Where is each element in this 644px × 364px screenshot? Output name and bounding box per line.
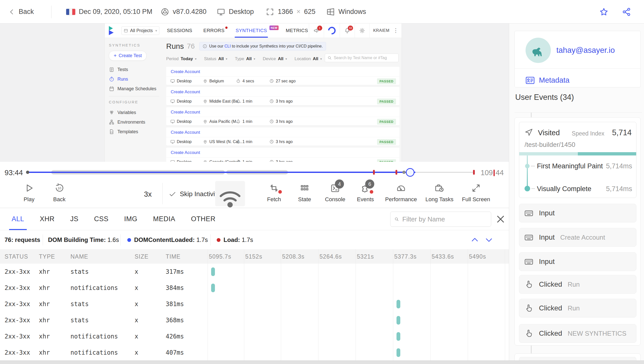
close-icon[interactable] — [496, 214, 506, 224]
filter-type[interactable]: Type All ▾ — [235, 56, 255, 61]
input-event-card[interactable]: Input — [519, 252, 636, 271]
test-search-field[interactable] — [334, 56, 396, 60]
timeline-knob[interactable] — [406, 168, 414, 177]
visited-event-card[interactable]: Visited Speed Index 5,714 /test-builder/… — [519, 122, 636, 198]
input-event-card[interactable]: Input — [519, 204, 636, 222]
network-request-row[interactable]: 2xx-3xx xhr notifications x 407ms — [0, 345, 509, 361]
run-card[interactable]: Create Account Desktop US West (N. Cal..… — [166, 127, 400, 146]
status-badge: PASSED — [377, 78, 396, 84]
network-request-row[interactable]: 2xx-3xx xhr notifications x 384ms — [0, 280, 509, 296]
panel-events-button[interactable]: 6 Events — [349, 183, 382, 203]
run-name-link[interactable]: Create Account — [166, 127, 400, 135]
load-time: Load: 1.7s — [217, 236, 253, 243]
back-button[interactable]: Back — [9, 0, 34, 24]
filter-device[interactable]: Device All ▾ — [263, 56, 287, 61]
sidebar-item-manage-schedules[interactable]: Manage Schedules — [109, 84, 164, 94]
clicked-event-card[interactable]: Clicked Run — [519, 299, 636, 317]
tab-synthetics[interactable]: SYNTHETICSNEW — [236, 24, 267, 38]
run-card[interactable]: Create Account Desktop Canada (Central) … — [166, 148, 400, 162]
end-red-tick — [493, 170, 495, 176]
panel-console-button[interactable]: 4 Console — [319, 183, 352, 203]
skip-inactivity-toggle[interactable]: Skip Inactivity — [169, 190, 220, 198]
location-pin-icon — [203, 160, 208, 162]
clicked-event-card[interactable]: Clicked NEW SYNTHETICS — [519, 324, 636, 343]
network-request-row[interactable]: 2xx-3xx xhr stats x 368ms — [0, 312, 509, 328]
run-name-link[interactable]: Create Account — [166, 107, 400, 115]
tab-metrics[interactable]: METRICS — [286, 24, 308, 38]
clicked-event-card[interactable]: Clicked Run — [519, 275, 636, 294]
panel-performance-button[interactable]: Performance — [385, 183, 417, 203]
tab-sessions[interactable]: SESSIONS — [167, 24, 192, 38]
settings-button[interactable] — [355, 24, 369, 38]
horizontal-scrollbar[interactable] — [0, 360, 644, 364]
create-test-button[interactable]: +Create Test — [109, 51, 146, 61]
project-selector[interactable]: All Projects ▾ — [121, 26, 159, 35]
filter-location[interactable]: Location All ▾ — [294, 56, 322, 61]
panel-network-button[interactable]: Network — [215, 181, 245, 206]
fmp-dot — [525, 164, 530, 168]
net-tab-other[interactable]: OTHER — [191, 208, 215, 230]
cli-link[interactable]: CLI — [225, 44, 231, 48]
filter-period[interactable]: Period Today ▾ — [166, 56, 196, 61]
timeline-played-track[interactable] — [27, 172, 415, 173]
network-filter-input[interactable] — [390, 212, 491, 227]
net-tab-xhr[interactable]: XHR — [40, 208, 55, 230]
chevron-down-icon: ▾ — [285, 57, 287, 61]
session-date: Dec 09, 2020, 05:10 PM — [79, 8, 152, 16]
metadata-button[interactable]: Metadata — [525, 76, 569, 84]
run-card[interactable]: Create Account Desktop Asia Pacific (M..… — [166, 107, 400, 125]
timeline-remaining-track[interactable] — [415, 172, 474, 173]
network-request-row[interactable]: 2xx-3xx xhr notifications x 426ms — [0, 328, 509, 345]
events-badge: 6 — [365, 179, 374, 189]
run-name-link[interactable]: Create Account — [166, 87, 400, 95]
user-email-link[interactable]: tahay@asayer.io — [556, 46, 615, 55]
net-tab-all[interactable]: ALL — [12, 208, 24, 230]
sidebar-item-tests[interactable]: Tests — [109, 65, 164, 74]
full-screen-icon — [471, 183, 481, 193]
filter-status[interactable]: Status All ▾ — [204, 56, 227, 61]
net-tab-img[interactable]: IMG — [124, 208, 138, 230]
net-tab-media[interactable]: MEDIA — [153, 208, 175, 230]
run-name-link[interactable]: Create Account — [166, 67, 400, 74]
favorite-star-icon[interactable] — [599, 7, 609, 17]
panel-state-button[interactable]: State — [288, 183, 321, 203]
panel-fetch-button[interactable]: Fetch — [258, 183, 290, 203]
notifications-button[interactable]: 33 — [340, 24, 355, 38]
sidebar-item-environments[interactable]: Environments — [109, 117, 164, 127]
back-10s-button[interactable]: 10 Back — [43, 183, 76, 203]
tab-errors[interactable]: ERRORS — [203, 24, 225, 38]
play-icon — [24, 183, 34, 193]
sidebar-item-runs[interactable]: Runs — [109, 74, 164, 84]
input-event-card[interactable]: Input Create Account — [519, 228, 636, 247]
announcements-button[interactable]: 1 — [309, 24, 324, 38]
network-request-row[interactable]: 2xx-3xx xhr stats x 317ms — [0, 264, 509, 280]
panel-long-tasks-button[interactable]: Long Tasks — [423, 183, 456, 203]
timeline-start-dot — [26, 171, 29, 174]
jump-previous-icon[interactable] — [470, 235, 479, 244]
net-tab-css[interactable]: CSS — [94, 208, 109, 230]
sidebar-item-templates[interactable]: Templates — [109, 127, 164, 136]
sidebar-item-variables[interactable]: Variables — [109, 108, 164, 117]
kebab-menu-icon[interactable]: ⋮ — [393, 27, 402, 34]
test-search-input[interactable] — [325, 54, 399, 62]
clipboard-icon — [109, 67, 114, 72]
playback-timeline[interactable]: 93:44 10944 — [0, 162, 509, 179]
full-screen-button[interactable]: Full Screen — [460, 183, 492, 203]
network-filter-field[interactable] — [402, 215, 487, 223]
playback-speed[interactable]: 3x — [144, 190, 152, 198]
location-pin-icon — [203, 119, 208, 124]
play-button[interactable]: Play — [13, 183, 45, 203]
blue-dot — [127, 238, 131, 242]
jump-next-icon[interactable] — [484, 235, 493, 244]
run-card[interactable]: Create Account Desktop Belgium 4 secs 27… — [166, 67, 400, 85]
performance-gauge-icon — [396, 183, 406, 193]
stopwatch-icon — [236, 139, 241, 144]
network-request-row[interactable]: 2xx-3xx xhr stats x 381ms — [0, 296, 509, 312]
run-card[interactable]: Create Account Desktop Middle East (Ba..… — [166, 87, 400, 105]
net-tab-js[interactable]: JS — [70, 208, 79, 230]
avatar — [526, 38, 551, 63]
run-name-link[interactable]: Create Account — [166, 148, 400, 155]
keyboard-icon — [524, 209, 533, 218]
share-icon[interactable] — [622, 7, 631, 17]
user-menu[interactable]: KRAIEM — [370, 28, 393, 33]
